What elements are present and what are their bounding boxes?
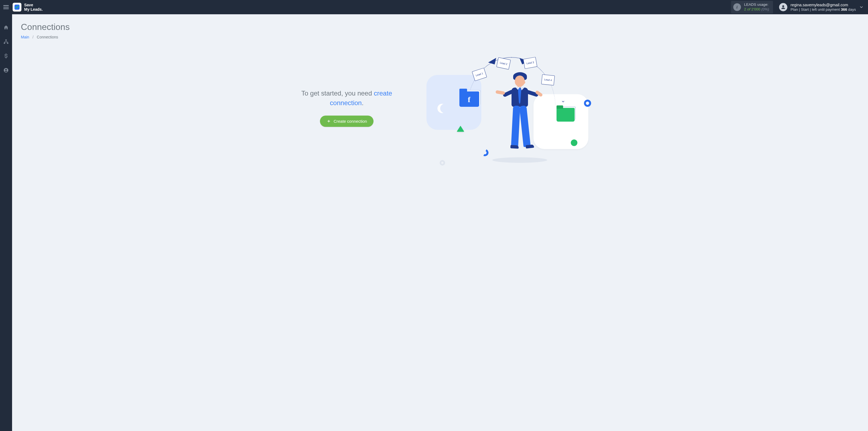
account-menu[interactable]: regina.savemyleads@gmail.com Plan | Star… bbox=[779, 2, 864, 12]
facebook-letter-icon: f bbox=[468, 95, 470, 104]
account-email: regina.savemyleads@gmail.com bbox=[790, 2, 856, 7]
arrow-down-icon bbox=[561, 100, 565, 103]
decor-arc-icon bbox=[480, 148, 489, 157]
decor-triangle-icon bbox=[457, 126, 464, 132]
sitemap-icon bbox=[3, 39, 9, 44]
svg-point-1 bbox=[782, 5, 784, 7]
leads-pct: (0%) bbox=[761, 7, 769, 11]
home-icon bbox=[3, 25, 9, 30]
lead-label: Lead 2 bbox=[499, 61, 507, 66]
user-circle-icon bbox=[3, 67, 9, 73]
empty-state-text: To get started, you need create connecti… bbox=[289, 56, 404, 127]
leads-used: 2 bbox=[744, 7, 746, 11]
dollar-icon bbox=[3, 53, 9, 59]
plan-prefix: Plan | bbox=[790, 7, 800, 11]
account-text: regina.savemyleads@gmail.com Plan | Star… bbox=[790, 2, 856, 12]
decor-moon-icon bbox=[437, 104, 447, 113]
plan-name: Start bbox=[801, 7, 809, 11]
menu-toggle-button[interactable] bbox=[2, 3, 10, 11]
brand-logo[interactable]: Save My Leads. bbox=[12, 3, 43, 11]
leads-of: of bbox=[747, 7, 750, 11]
svg-rect-3 bbox=[4, 42, 5, 44]
brand-line2: My Leads. bbox=[24, 7, 43, 11]
breadcrumb: Main / Connections bbox=[21, 35, 859, 39]
create-connection-button[interactable]: ＋ Create connection bbox=[320, 116, 374, 127]
nav-account[interactable] bbox=[0, 66, 12, 75]
decor-ring-icon bbox=[584, 100, 591, 107]
logo-mark-icon bbox=[12, 3, 22, 11]
page-content: Connections Main / Connections To get st… bbox=[12, 14, 868, 431]
plan-days-count: 366 bbox=[841, 7, 847, 11]
info-icon: i bbox=[733, 3, 741, 11]
svg-rect-4 bbox=[7, 42, 8, 44]
plan-days-word: days bbox=[848, 7, 856, 11]
create-connection-label: Create connection bbox=[334, 119, 367, 124]
nav-home[interactable] bbox=[0, 23, 12, 32]
empty-message: To get started, you need create connecti… bbox=[289, 89, 404, 108]
decor-dot-green-icon bbox=[571, 140, 578, 146]
empty-state: To get started, you need create connecti… bbox=[21, 50, 859, 171]
app-header: Save My Leads. i LEADS usage: 2 of 2'000… bbox=[0, 0, 868, 14]
lead-paper-icon: Lead 4 bbox=[541, 74, 555, 86]
plus-icon: ＋ bbox=[327, 119, 331, 123]
svg-point-6 bbox=[5, 69, 7, 70]
folder-source-icon: f bbox=[459, 91, 479, 107]
empty-msg-after: . bbox=[362, 99, 364, 106]
nav-billing[interactable] bbox=[0, 52, 12, 60]
folder-target-icon bbox=[557, 108, 575, 122]
leads-total: 2'000 bbox=[751, 7, 761, 11]
user-avatar-icon bbox=[779, 3, 787, 11]
leads-usage-text: LEADS usage: 2 of 2'000 (0%) bbox=[744, 2, 769, 12]
breadcrumb-separator: / bbox=[32, 35, 33, 39]
page-title: Connections bbox=[21, 22, 859, 32]
person-illustration-icon bbox=[500, 72, 539, 160]
leads-usage-label: LEADS usage: bbox=[744, 2, 769, 7]
decor-ring-faint-icon bbox=[440, 160, 445, 165]
breadcrumb-main-link[interactable]: Main bbox=[21, 35, 29, 39]
empty-msg-before: To get started, you need bbox=[301, 90, 374, 97]
empty-state-illustration: f Lead 1 Lead 2 Lead 3 Lead 4 bbox=[427, 56, 591, 171]
chevron-down-icon[interactable] bbox=[859, 5, 864, 9]
breadcrumb-current: Connections bbox=[37, 35, 58, 39]
lead-label: Lead 3 bbox=[526, 61, 534, 65]
brand-line1: Save bbox=[24, 3, 33, 7]
brand-name: Save My Leads. bbox=[24, 3, 43, 11]
lead-label: Lead 4 bbox=[544, 78, 552, 82]
plan-mid: | left until payment bbox=[810, 7, 840, 11]
lead-label: Lead 1 bbox=[475, 72, 483, 77]
account-plan: Plan | Start | left until payment 366 da… bbox=[790, 7, 856, 12]
svg-rect-2 bbox=[5, 39, 7, 41]
side-nav bbox=[0, 14, 12, 431]
nav-connections[interactable] bbox=[0, 37, 12, 46]
leads-usage-widget[interactable]: i LEADS usage: 2 of 2'000 (0%) bbox=[731, 1, 773, 13]
